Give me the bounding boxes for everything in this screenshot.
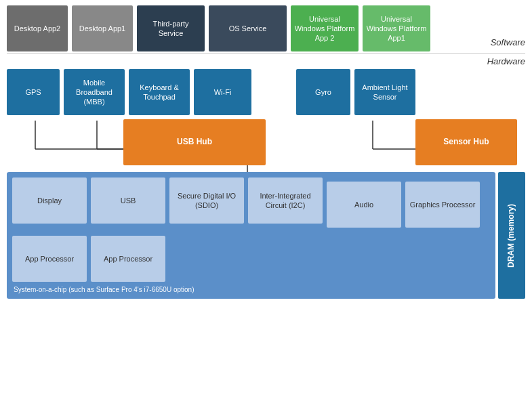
hardware-blocks-row: GPS Mobile Broadband (MBB) Keyboard & To… (7, 69, 525, 115)
uwp-app2-block: Universal Windows Platform App 2 (291, 5, 359, 51)
soc-inner: Display USB Secure Digital I/O (SDIO) In… (12, 177, 490, 282)
i2c-label: Inter-Integrated Circuit (I2C) (251, 191, 320, 211)
uwp-app1-block: Universal Windows Platform App1 (363, 5, 430, 51)
hubs-row: USB Hub Sensor Hub (7, 119, 525, 165)
audio-label: Audio (354, 200, 373, 209)
app-proc2-block: App Processor (91, 236, 165, 282)
graphics-label: Graphics Processor (410, 200, 476, 209)
section-labels: Software (430, 36, 525, 51)
als-label: Ambient Light Sensor (357, 83, 413, 102)
keyboard-label: Keyboard & Touchpad (131, 83, 187, 102)
i2c-block: Inter-Integrated Circuit (I2C) (248, 177, 323, 224)
third-party-block: Third-party Service (137, 5, 205, 51)
desktop-app1-block: Desktop App1 (72, 5, 133, 51)
soc-title: System-on-a-chip (such as Surface Pro 4'… (12, 286, 490, 293)
sensor-hub-block: Sensor Hub (415, 119, 517, 165)
app-proc1-block: App Processor (12, 236, 87, 282)
sensor-hub-label: Sensor Hub (443, 137, 489, 148)
gps-block: GPS (7, 69, 60, 115)
app-proc1-label: App Processor (25, 254, 74, 264)
uwp-app2-label: Universal Windows Platform App 2 (293, 14, 356, 43)
usb-label: USB (121, 196, 136, 205)
sw-hw-divider (7, 53, 525, 54)
diagram: Desktop App2 Desktop App1 Third-party Se… (0, 0, 532, 418)
desktop-app2-label: Desktop App2 (14, 24, 61, 33)
soc-section: Display USB Secure Digital I/O (SDIO) In… (7, 172, 495, 299)
sdio-label: Secure Digital I/O (SDIO) (172, 191, 241, 211)
graphics-block: Graphics Processor (405, 182, 480, 228)
gyro-block: Gyro (296, 69, 350, 115)
usb-hub-block: USB Hub (123, 119, 266, 165)
soc-container: Display USB Secure Digital I/O (SDIO) In… (7, 172, 495, 299)
software-blocks: Desktop App2 Desktop App1 Third-party Se… (7, 5, 430, 51)
mbb-block: Mobile Broadband (MBB) (64, 69, 125, 115)
os-service-block: OS Service (209, 5, 287, 51)
keyboard-block: Keyboard & Touchpad (129, 69, 190, 115)
hardware-section: GPS Mobile Broadband (MBB) Keyboard & To… (7, 69, 525, 299)
desktop-app2-block: Desktop App2 (7, 5, 68, 51)
sdio-block: Secure Digital I/O (SDIO) (169, 177, 244, 224)
audio-block: Audio (327, 182, 401, 228)
wifi-label: Wi-Fi (214, 87, 232, 97)
display-label: Display (37, 196, 62, 205)
dram-block: DRAM (memory) (498, 172, 525, 299)
soc-dram-section: Display USB Secure Digital I/O (SDIO) In… (7, 172, 525, 299)
usb-block: USB (91, 177, 165, 224)
wifi-block: Wi-Fi (194, 69, 251, 115)
dram-label: DRAM (memory) (506, 204, 517, 268)
os-service-label: OS Service (229, 24, 267, 33)
als-block: Ambient Light Sensor (354, 69, 415, 115)
app-proc2-label: App Processor (104, 254, 152, 264)
software-section: Desktop App2 Desktop App1 Third-party Se… (7, 5, 525, 51)
gps-label: GPS (25, 87, 41, 97)
gyro-label: Gyro (315, 87, 331, 97)
third-party-label: Third-party Service (140, 19, 202, 39)
display-block: Display (12, 177, 87, 224)
software-label: Software (491, 36, 525, 50)
mbb-label: Mobile Broadband (MBB) (66, 78, 122, 107)
uwp-app1-label: Universal Windows Platform App1 (365, 14, 428, 43)
usb-hub-label: USB Hub (177, 137, 212, 148)
hardware-label: Hardware (7, 56, 525, 66)
desktop-app1-label: Desktop App1 (79, 24, 126, 33)
